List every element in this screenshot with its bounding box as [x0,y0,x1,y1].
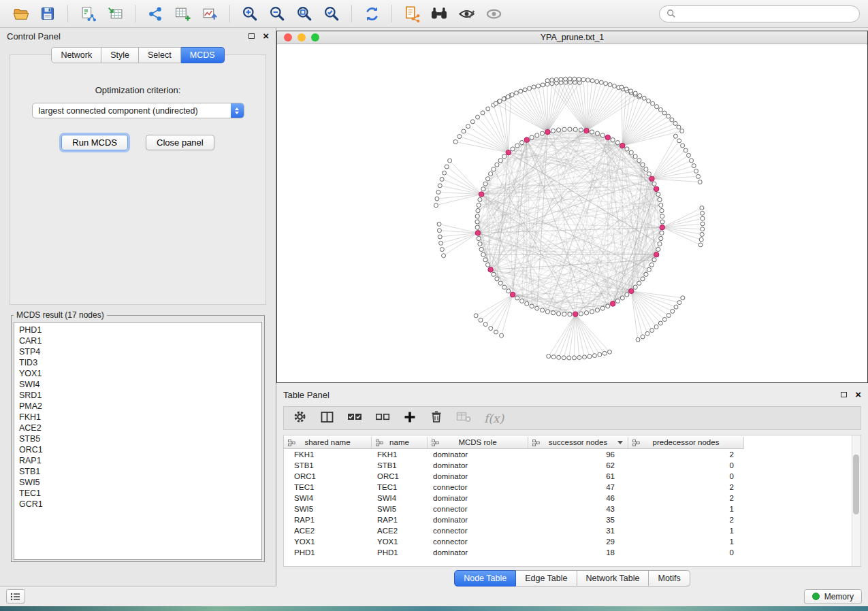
save-session-button[interactable] [35,3,60,24]
minimize-window-icon[interactable] [298,33,306,42]
table-cell[interactable]: dominator [428,472,528,480]
table-row[interactable]: SWI4SWI4dominator462 [284,493,861,503]
mcds-result-item[interactable]: RAP1 [14,455,261,466]
maximize-window-icon[interactable] [311,33,319,42]
table-cell[interactable]: FKH1 [284,450,372,459]
table-cell[interactable]: 1 [628,538,744,546]
mcds-result-item[interactable]: STP4 [14,346,261,357]
table-cell[interactable]: connector [428,505,528,513]
float-panel-icon[interactable] [841,392,847,397]
table-cell[interactable]: 96 [528,450,628,459]
column-header-predecessor-nodes[interactable]: predecessor nodes [628,437,744,448]
mcds-result-item[interactable]: SWI5 [14,477,261,488]
mcds-result-item[interactable]: ORC1 [14,444,261,455]
table-row[interactable]: ORC1ORC1dominator610 [284,471,861,482]
import-network-file-button[interactable] [76,3,100,24]
table-row[interactable]: SWI5SWI5connector431 [284,503,861,514]
search-network-button[interactable] [427,3,451,24]
add-column-button[interactable] [403,410,417,427]
mcds-result-item[interactable]: FKH1 [14,412,261,423]
delete-table-button[interactable] [456,411,471,426]
table-scrollbar[interactable] [852,435,861,566]
mcds-result-item[interactable]: CAR1 [14,335,261,346]
table-cell[interactable]: SWI5 [284,505,372,513]
export-document-button[interactable] [400,3,424,24]
table-cell[interactable]: dominator [428,450,528,459]
table-cell[interactable]: 2 [628,450,744,459]
table-cell[interactable]: 35 [528,516,628,524]
mcds-result-item[interactable]: GCR1 [14,499,261,510]
unselect-all-button[interactable] [375,410,390,427]
mcds-result-item[interactable]: TEC1 [14,488,261,499]
zoom-selected-button[interactable] [319,3,344,24]
tab-edge-table[interactable]: Edge Table [516,570,577,587]
close-panel-icon[interactable]: × [855,391,861,398]
column-header-mcds-role[interactable]: MCDS role [428,437,528,448]
table-cell[interactable]: dominator [428,516,528,524]
tab-select[interactable]: Select [139,47,181,63]
zoom-in-button[interactable] [238,3,262,24]
mcds-result-item[interactable]: STB1 [14,466,261,477]
mcds-result-list[interactable]: PHD1CAR1STP4TID3YOX1SWI4SRD1PMA2FKH1ACE2… [14,322,262,560]
zoom-fit-button[interactable] [292,3,317,24]
table-cell[interactable]: TEC1 [284,483,372,491]
column-header-successor-nodes[interactable]: successor nodes [528,437,628,448]
task-history-button[interactable] [6,589,25,604]
table-cell[interactable]: 0 [628,548,744,557]
table-cell[interactable]: 0 [628,461,744,469]
mcds-result-item[interactable]: PMA2 [14,401,261,412]
table-cell[interactable]: 31 [528,527,628,535]
table-cell[interactable]: 1 [628,527,744,535]
table-cell[interactable]: RAP1 [372,516,428,524]
column-header-name[interactable]: name [372,437,428,448]
close-panel-button[interactable]: Close panel [146,135,214,150]
table-cell[interactable]: connector [428,483,528,491]
table-cell[interactable]: dominator [428,548,528,557]
scrollbar-thumb[interactable] [853,455,859,514]
mcds-result-item[interactable]: PHD1 [14,325,261,335]
table-cell[interactable]: 61 [528,472,628,480]
mcds-result-item[interactable]: SRD1 [14,390,261,401]
tab-network-table[interactable]: Network Table [577,570,649,587]
table-cell[interactable]: 43 [528,505,628,513]
show-columns-button[interactable] [320,410,334,427]
tab-mcds[interactable]: MCDS [181,47,225,63]
mcds-result-item[interactable]: ACE2 [14,423,261,433]
table-settings-button[interactable] [293,410,307,427]
table-cell[interactable]: YOX1 [284,538,372,546]
tab-motifs[interactable]: Motifs [649,570,690,587]
table-cell[interactable]: ORC1 [372,472,428,480]
mcds-result-item[interactable]: TID3 [14,357,261,368]
open-file-button[interactable] [8,3,33,24]
table-cell[interactable]: ORC1 [284,472,372,480]
table-cell[interactable]: 1 [628,505,744,513]
mcds-result-item[interactable]: YOX1 [14,368,261,379]
mcds-result-item[interactable]: SWI4 [14,379,261,390]
table-cell[interactable]: 2 [628,494,744,502]
table-cell[interactable]: dominator [428,494,528,502]
table-cell[interactable]: TEC1 [372,483,428,491]
table-cell[interactable]: ACE2 [372,527,428,535]
table-row[interactable]: ACE2ACE2connector311 [284,525,861,536]
table-cell[interactable]: FKH1 [372,450,428,459]
tab-style[interactable]: Style [101,47,139,63]
new-table-button[interactable] [170,3,195,24]
network-canvas[interactable] [277,44,867,382]
memory-button[interactable]: Memory [804,589,862,604]
table-cell[interactable]: SWI5 [372,505,428,513]
close-window-icon[interactable] [284,33,292,42]
table-cell[interactable]: SWI4 [284,494,372,502]
table-cell[interactable]: 29 [528,538,628,546]
table-cell[interactable]: SWI4 [372,494,428,502]
column-header-shared-name[interactable]: shared name [284,437,372,448]
table-row[interactable]: YOX1YOX1connector291 [284,536,861,547]
table-cell[interactable]: connector [428,527,528,535]
table-row[interactable]: PHD1PHD1dominator180 [284,547,861,558]
run-mcds-button[interactable]: Run MCDS [61,135,128,150]
table-cell[interactable]: ACE2 [284,527,372,535]
export-image-button[interactable] [197,3,222,24]
network-titlebar[interactable]: YPA_prune.txt_1 [277,31,867,44]
table-cell[interactable]: dominator [428,461,528,469]
table-cell[interactable]: 47 [528,483,628,491]
mcds-result-item[interactable]: STB5 [14,433,261,444]
